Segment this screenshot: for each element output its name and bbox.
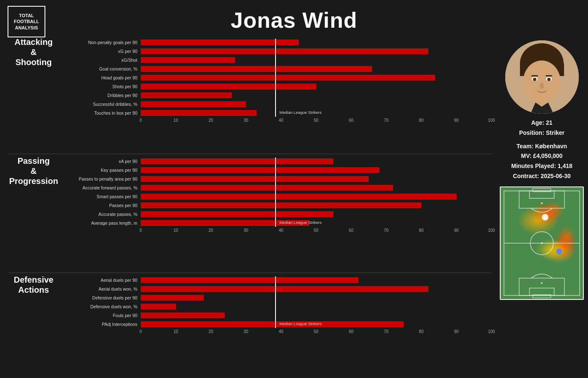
axis-tick: 0 xyxy=(139,118,142,123)
right-panel: Age: 21 Position: Striker Team: Københav… xyxy=(496,37,588,378)
bar-label: Touches in box per 90 xyxy=(59,110,141,116)
bar-fill xyxy=(141,57,235,63)
axis-tick: 50 xyxy=(314,329,318,334)
bar-row: Aerial duels won, % xyxy=(59,285,491,293)
bar-track xyxy=(141,66,491,72)
bar-fill xyxy=(141,92,232,98)
bar-row: Average pass length, m xyxy=(59,219,491,227)
bar-fill xyxy=(141,39,299,45)
axis-tick: 40 xyxy=(278,329,283,334)
svg-point-7 xyxy=(547,78,551,81)
bar-label: Smart passes per 90 xyxy=(59,194,141,199)
bar-track xyxy=(141,48,491,54)
bar-fill xyxy=(141,75,435,81)
bar-track xyxy=(141,101,491,107)
player-photo xyxy=(505,40,579,114)
bar-label: xG/Shot xyxy=(59,58,141,63)
axis-tick: 70 xyxy=(384,118,388,123)
bar-fill xyxy=(141,321,404,327)
bar-track xyxy=(141,304,491,310)
axis-labels: 0102030405060708090100 xyxy=(141,228,491,234)
bar-row: Non-penalty goals per 90 xyxy=(59,39,491,46)
axis-row: 0102030405060708090100 xyxy=(59,118,491,124)
bar-track xyxy=(141,84,491,89)
svg-point-23 xyxy=(541,242,543,244)
axis-tick: 10 xyxy=(173,329,178,334)
axis-tick: 80 xyxy=(419,329,423,334)
bar-row: Smart passes per 90 xyxy=(59,193,491,200)
svg-rect-9 xyxy=(546,75,552,76)
bar-label: Goal conversion, % xyxy=(59,66,141,71)
axis-tick: 10 xyxy=(173,118,178,123)
axis-tick: 30 xyxy=(244,228,248,233)
bar-label: Fouls per 90 xyxy=(59,313,141,318)
bar-label: Passes to penalty area per 90 xyxy=(59,176,141,181)
axis-tick: 70 xyxy=(384,228,388,233)
bar-label: xA per 90 xyxy=(59,159,141,164)
age-label: Age: 21 xyxy=(511,118,572,128)
median-label: Median League Strikers xyxy=(279,220,321,225)
bar-track xyxy=(141,92,491,98)
svg-point-10 xyxy=(540,83,544,89)
axis-tick: 90 xyxy=(454,329,459,334)
logo-line3: ANALYSIS xyxy=(15,25,38,31)
bar-track xyxy=(141,286,491,292)
bar-label: Successful dribbles, % xyxy=(59,102,141,107)
bar-track xyxy=(141,312,491,318)
bar-fill xyxy=(141,158,333,164)
bar-track xyxy=(141,295,491,301)
axis-tick: 60 xyxy=(349,118,353,123)
svg-rect-8 xyxy=(531,75,538,76)
axis-row: 0102030405060708090100 xyxy=(59,329,491,335)
position-label: Position: Striker xyxy=(511,128,572,138)
axis-tick: 20 xyxy=(208,329,213,334)
bar-row: Goal conversion, % xyxy=(59,65,491,73)
section-label-defensive: DefensiveActions xyxy=(8,275,59,295)
svg-point-26 xyxy=(541,202,543,204)
bars-area-passing: xA per 90Key passes per 90Passes to pena… xyxy=(59,156,491,234)
bar-fill xyxy=(141,66,372,72)
axis-tick: 60 xyxy=(349,329,353,334)
bar-row: Accurate passes, % xyxy=(59,210,491,218)
bar-row: Passes to penalty area per 90 xyxy=(59,175,491,183)
bar-row: Dribbles per 90 xyxy=(59,92,491,99)
bar-label: Key passes per 90 xyxy=(59,168,141,173)
bar-label: Passes per 90 xyxy=(59,203,141,208)
axis-tick: 100 xyxy=(488,228,495,233)
bar-label: Aerial duels per 90 xyxy=(59,278,141,283)
bar-label: Accurate forward passes, % xyxy=(59,185,141,190)
bar-fill xyxy=(141,84,316,89)
bar-track xyxy=(141,57,491,63)
axis-labels: 0102030405060708090100 xyxy=(141,118,491,124)
axis-tick: 0 xyxy=(139,228,142,233)
bar-row: Successful dribbles, % xyxy=(59,100,491,108)
logo-line1: TOTAL xyxy=(19,13,34,18)
bar-fill xyxy=(141,277,358,283)
page-title: Jonas Wind xyxy=(0,0,588,37)
svg-point-3 xyxy=(523,60,561,104)
bar-fill xyxy=(141,211,333,217)
bars-area-defensive: Aerial duels per 90Aerial duels won, %De… xyxy=(59,275,491,335)
median-label: Median League Strikers xyxy=(279,110,321,115)
axis-tick: 10 xyxy=(173,228,178,233)
charts-area: Attacking&ShootingNon-penalty goals per … xyxy=(0,37,496,378)
contract-label: Contract: 2025-06-30 xyxy=(511,171,572,181)
bar-track xyxy=(141,202,491,208)
bar-row: Shots per 90 xyxy=(59,83,491,90)
svg-point-33 xyxy=(556,249,562,255)
bar-label: Dribbles per 90 xyxy=(59,93,141,98)
axis-tick: 90 xyxy=(454,228,459,233)
axis-tick: 100 xyxy=(488,329,495,334)
bar-row: Defensive duels per 90 xyxy=(59,294,491,302)
bar-label: Head goals per 90 xyxy=(59,75,141,80)
axis-tick: 20 xyxy=(208,118,213,123)
section-label-attacking: Attacking&Shooting xyxy=(8,37,59,67)
logo: TOTAL FOOTBALL ANALYSIS xyxy=(8,6,45,37)
axis-tick: 0 xyxy=(139,329,142,334)
axis-labels: 0102030405060708090100 xyxy=(141,329,491,335)
minutes-label: Minutes Played: 1,418 xyxy=(511,161,572,171)
player-info: Age: 21 Position: Striker Team: Københav… xyxy=(511,118,572,181)
team-label: Team: København xyxy=(511,142,572,152)
bar-label: PAdj Interceptions xyxy=(59,322,141,327)
bar-track xyxy=(141,39,491,45)
